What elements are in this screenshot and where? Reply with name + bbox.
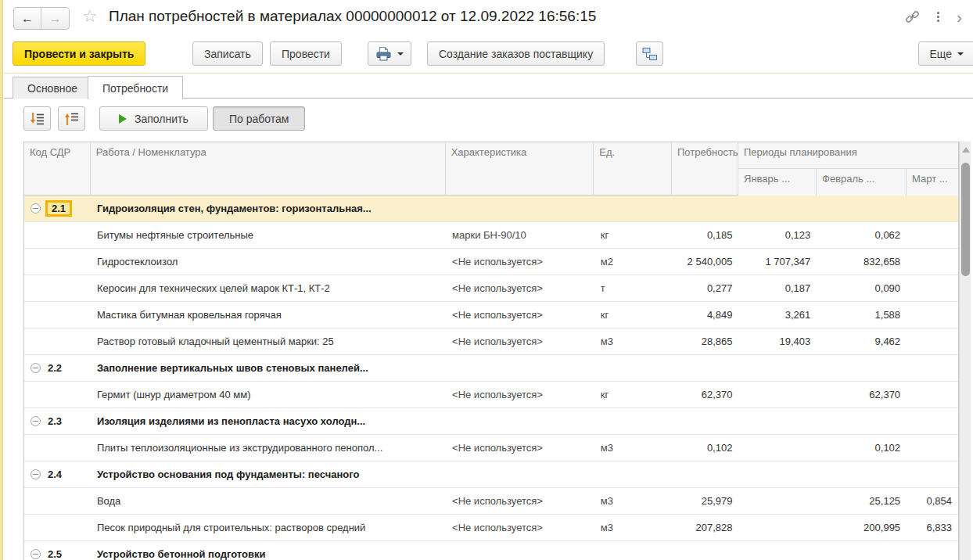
table-row-group[interactable]: 2.3 Изоляция изделиями из пенопласта нас… [24, 408, 958, 435]
cell-january[interactable] [738, 435, 817, 461]
cell-unit[interactable]: м3 [594, 515, 673, 540]
cell-code[interactable] [24, 249, 91, 275]
cell-nomenclature-name[interactable]: Песок природный для строительных: раство… [91, 515, 446, 540]
cell-need[interactable]: 0,277 [673, 275, 739, 301]
cell-unit[interactable]: кг [594, 382, 673, 407]
cell-characteristic[interactable]: <Не используется> [446, 249, 594, 275]
cell-nomenclature-name[interactable]: Плиты теплоизоляционные из экструдирован… [91, 435, 446, 461]
cell-march[interactable] [907, 275, 958, 301]
cell-unit[interactable]: кг [594, 222, 673, 248]
cell-need[interactable]: 0,185 [673, 222, 739, 248]
cell-unit[interactable] [594, 355, 673, 381]
cell-february[interactable]: 0,062 [817, 222, 907, 248]
cell-characteristic[interactable]: <Не используется> [446, 328, 594, 354]
table-row-item[interactable]: Песок природный для строительных: раство… [24, 515, 958, 541]
cell-work-name[interactable]: Устройство основания под фундаменты: пес… [91, 461, 446, 487]
collapse-group-icon[interactable] [31, 469, 41, 479]
cell-characteristic[interactable]: <Не используется> [446, 275, 594, 301]
cell-january[interactable]: 3,261 [738, 302, 817, 328]
cell-need[interactable]: 4,849 [673, 302, 739, 328]
cell-characteristic[interactable]: <Не используется> [446, 488, 594, 514]
col-header-march[interactable]: Март ... [907, 169, 958, 196]
cell-march[interactable] [907, 355, 958, 381]
cell-march[interactable] [907, 461, 958, 487]
cell-code[interactable] [24, 328, 91, 354]
table-row-group[interactable]: 2.4 Устройство основания под фундаменты:… [24, 461, 958, 488]
cell-code[interactable]: 2.4 [24, 461, 91, 487]
cell-unit[interactable]: т [594, 275, 673, 301]
cell-january[interactable]: 0,123 [738, 222, 817, 248]
table-row-item[interactable]: Вода <Не используется> м3 25,979 25,125 … [24, 488, 958, 515]
cell-characteristic[interactable]: <Не используется> [446, 435, 594, 461]
cell-need[interactable] [673, 196, 739, 221]
cell-march[interactable]: 0,854 [907, 488, 958, 514]
cell-characteristic[interactable]: <Не используется> [446, 515, 594, 540]
cell-february[interactable]: 0,102 [817, 435, 907, 461]
cell-unit[interactable]: м3 [594, 328, 673, 354]
print-button[interactable] [368, 41, 411, 66]
scroll-up-icon[interactable] [962, 147, 970, 153]
cell-characteristic[interactable]: марки БН-90/10 [446, 222, 594, 248]
cell-nomenclature-name[interactable]: Мастика битумная кровельная горячая [91, 302, 446, 328]
cell-nomenclature-name[interactable]: Гидростеклоизол [91, 249, 446, 275]
table-row-item[interactable]: Керосин для технических целей марок КТ-1… [24, 275, 958, 302]
cell-characteristic[interactable] [446, 196, 594, 221]
cell-january[interactable]: 0,187 [738, 275, 817, 301]
table-row-item[interactable]: Раствор готовый кладочный цементный марк… [24, 328, 958, 355]
col-header-february[interactable]: Февраль ... [817, 169, 907, 196]
create-supplier-orders-button[interactable]: Создание заказов поставщику [427, 41, 605, 66]
cell-need[interactable] [673, 355, 739, 381]
favorite-star-icon[interactable]: ☆ [82, 6, 98, 27]
collapse-group-icon[interactable] [31, 416, 41, 426]
cell-nomenclature-name[interactable]: Керосин для технических целей марок КТ-1… [91, 275, 446, 301]
cell-march[interactable]: 6,833 [907, 515, 958, 540]
cell-february[interactable] [817, 461, 907, 487]
cell-february[interactable]: 0,090 [817, 275, 907, 301]
post-button[interactable]: Провести [270, 41, 342, 66]
tab-needs[interactable]: Потребности [88, 76, 183, 99]
link-icon[interactable] [905, 9, 920, 24]
fill-button[interactable]: Заполнить [99, 106, 208, 131]
col-header-characteristic[interactable]: Характеристика [446, 142, 594, 196]
cell-code[interactable] [24, 488, 91, 514]
col-header-unit[interactable]: Ед. [594, 142, 672, 196]
collapse-groups-button[interactable] [58, 106, 85, 131]
cell-unit[interactable]: м3 [594, 435, 673, 461]
cell-february[interactable] [817, 408, 907, 434]
cell-january[interactable] [738, 541, 817, 560]
back-button[interactable]: ← [14, 8, 41, 29]
cell-february[interactable] [817, 541, 907, 560]
table-row-group[interactable]: 2.2 Заполнение вертикальных швов стеновы… [24, 355, 958, 382]
cell-characteristic[interactable] [446, 541, 594, 560]
scrollbar-thumb[interactable] [961, 163, 970, 276]
cell-march[interactable] [907, 222, 958, 248]
more-menu-icon[interactable] [934, 11, 942, 23]
cell-march[interactable] [907, 249, 958, 275]
cell-need[interactable]: 207,828 [673, 515, 739, 540]
cell-january[interactable] [738, 488, 817, 514]
table-row-item[interactable]: Плиты теплоизоляционные из экструдирован… [24, 435, 958, 461]
cell-march[interactable] [907, 328, 958, 354]
expand-groups-button[interactable] [23, 106, 51, 131]
cell-characteristic[interactable]: <Не используется> [446, 382, 594, 407]
cell-work-name[interactable]: Устройство бетонной подготовки [91, 541, 446, 560]
tab-main[interactable]: Основное [13, 77, 92, 99]
col-header-code[interactable]: Код СДР [24, 142, 91, 196]
post-and-close-button[interactable]: Провести и закрыть [13, 41, 145, 66]
table-row-item[interactable]: Битумы нефтяные строительные марки БН-90… [24, 222, 958, 249]
cell-characteristic[interactable] [446, 408, 594, 434]
cell-need[interactable]: 62,370 [673, 382, 739, 407]
table-row-group[interactable]: 2.1 Гидроизоляция стен, фундаментов: гор… [24, 196, 958, 222]
cell-february[interactable]: 1,588 [817, 302, 907, 328]
cell-january[interactable]: 1 707,347 [738, 249, 817, 275]
collapse-group-icon[interactable] [31, 549, 41, 559]
cell-characteristic[interactable] [446, 461, 594, 487]
collapse-group-icon[interactable] [31, 203, 41, 214]
cell-january[interactable] [738, 408, 817, 434]
cell-nomenclature-name[interactable]: Битумы нефтяные строительные [91, 222, 446, 248]
col-header-need[interactable]: Потребность [672, 142, 738, 196]
cell-february[interactable]: 200,995 [817, 515, 907, 540]
cell-january[interactable] [738, 461, 817, 487]
cell-need[interactable]: 2 540,005 [673, 249, 739, 275]
cell-unit[interactable]: м3 [594, 488, 673, 514]
